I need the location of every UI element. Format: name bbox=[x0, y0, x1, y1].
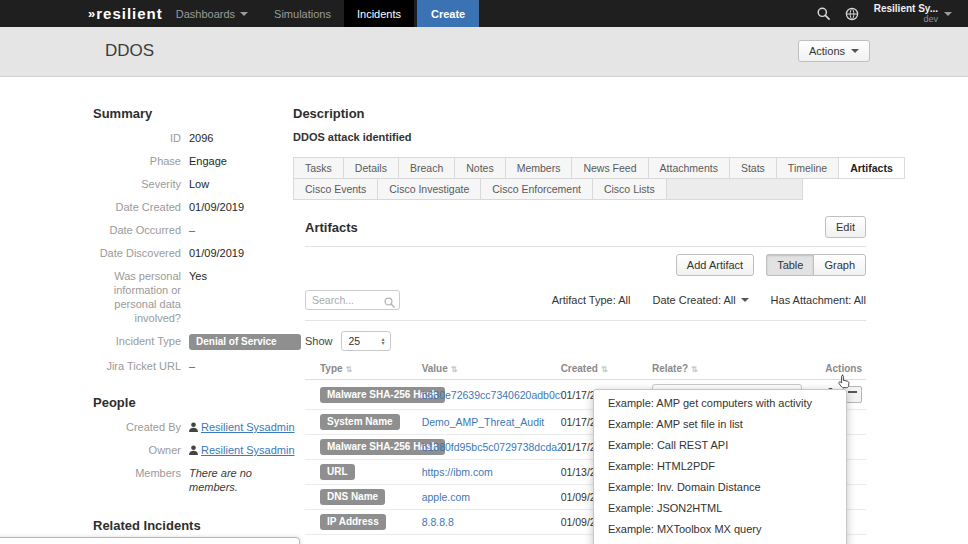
description-text: DDOS attack identified bbox=[293, 131, 866, 143]
sort-icon: ⇅ bbox=[451, 365, 458, 374]
field-severity: SeverityLow bbox=[93, 177, 293, 191]
tab-details[interactable]: Details bbox=[343, 157, 399, 179]
artifact-value-link[interactable]: apple.com bbox=[422, 491, 561, 503]
menu-item-html2pdf[interactable]: Example: HTML2PDF bbox=[594, 456, 846, 477]
tab-cisco-enforcement[interactable]: Cisco Enforcement bbox=[480, 178, 593, 200]
user-name: Resilient Sy... bbox=[874, 4, 938, 14]
summary-heading: Summary bbox=[93, 106, 293, 121]
menu-item-amp-get-computers[interactable]: Example: AMP get computers with activity bbox=[594, 393, 846, 414]
edit-button[interactable]: Edit bbox=[825, 216, 866, 238]
artifact-type-badge: System Name bbox=[320, 414, 400, 430]
artifact-value-link[interactable]: https://ibm.com bbox=[422, 466, 561, 478]
artifact-value-link[interactable]: Demo_AMP_Threat_Audit bbox=[422, 416, 561, 428]
incident-type-badge: Denial of Service bbox=[189, 334, 301, 350]
owner-link[interactable]: Resilient Sysadmin bbox=[201, 443, 295, 457]
menu-item-mxtoolbox[interactable]: Example: MXToolbox MX query bbox=[594, 519, 846, 540]
field-owner: Owner Resilient Sysadmin bbox=[93, 443, 293, 457]
tab-cisco-events[interactable]: Cisco Events bbox=[293, 178, 378, 200]
tabs-row-1: Tasks Details Breach Notes Members News … bbox=[293, 157, 803, 179]
user-menu[interactable]: Resilient Sy... dev bbox=[874, 4, 952, 24]
field-members: Members There are no members. bbox=[93, 466, 293, 494]
tab-breach[interactable]: Breach bbox=[398, 157, 455, 179]
chevron-down-icon bbox=[944, 12, 952, 16]
column-header-relate[interactable]: Relate?⇅ bbox=[652, 359, 811, 380]
resilient-logo[interactable]: » resilient bbox=[88, 0, 163, 27]
artifact-type-badge: IP Address bbox=[320, 514, 386, 530]
column-header-type[interactable]: Type⇅ bbox=[305, 359, 422, 380]
incident-tabs: Tasks Details Breach Notes Members News … bbox=[293, 157, 803, 200]
tab-strip-filler bbox=[667, 178, 803, 200]
top-nav: » resilient Dashboards Simulations Incid… bbox=[0, 0, 968, 27]
search-icon[interactable] bbox=[817, 7, 830, 20]
artifact-value-link[interactable]: 8.8.8.8 bbox=[422, 516, 561, 528]
actions-button[interactable]: Actions bbox=[798, 40, 870, 62]
incident-header: DDOS Actions bbox=[0, 27, 968, 77]
create-button[interactable]: Create bbox=[417, 0, 479, 27]
summary-sidebar: Summary ID2096 PhaseEngage SeverityLow D… bbox=[93, 100, 293, 544]
sort-icon: ⇅ bbox=[601, 365, 608, 374]
artifact-value-link[interactable]: b630e72639cc7340620adb0cfc2 bbox=[422, 389, 561, 401]
artifact-type-badge: DNS Name bbox=[320, 489, 385, 505]
field-personal-data: Was personal information or personal dat… bbox=[93, 269, 293, 325]
nav-incidents[interactable]: Incidents bbox=[344, 0, 414, 27]
artifacts-divider bbox=[305, 246, 866, 247]
tab-artifacts[interactable]: Artifacts bbox=[838, 157, 905, 179]
tab-cisco-lists[interactable]: Cisco Lists bbox=[592, 178, 667, 200]
created-by-link[interactable]: Resilient Sysadmin bbox=[201, 420, 295, 434]
resilient-logo-icon: » bbox=[88, 6, 92, 21]
filter-artifact-type[interactable]: Artifact Type: All bbox=[552, 294, 631, 306]
column-header-actions: Actions bbox=[811, 359, 866, 380]
person-icon bbox=[189, 445, 198, 455]
brand-name: resilient bbox=[96, 5, 163, 22]
artifacts-heading: Artifacts bbox=[305, 220, 358, 235]
tab-news-feed[interactable]: News Feed bbox=[571, 157, 648, 179]
tab-notes[interactable]: Notes bbox=[454, 157, 505, 179]
column-header-value[interactable]: Value⇅ bbox=[422, 359, 561, 380]
search-icon bbox=[384, 294, 395, 312]
description-heading: Description bbox=[293, 106, 866, 121]
spinner-icon: ▴▾ bbox=[382, 337, 385, 345]
tab-timeline[interactable]: Timeline bbox=[776, 157, 839, 179]
tabs-row-2: Cisco Events Cisco Investigate Cisco Enf… bbox=[293, 179, 803, 200]
column-header-created[interactable]: Created⇅ bbox=[561, 359, 652, 380]
field-jira-url: Jira Ticket URL– bbox=[93, 359, 293, 373]
person-icon bbox=[189, 422, 198, 432]
tab-tasks[interactable]: Tasks bbox=[293, 157, 344, 179]
browser-status-tooltip bbox=[0, 537, 300, 544]
chevron-down-icon bbox=[851, 49, 859, 53]
menu-bar-icon bbox=[848, 391, 857, 393]
user-env: dev bbox=[923, 14, 938, 24]
field-date-discovered: Date Discovered01/09/2019 bbox=[93, 246, 293, 260]
sort-icon: ⇅ bbox=[691, 365, 698, 374]
field-created-by: Created By Resilient Sysadmin bbox=[93, 420, 293, 434]
field-phase: PhaseEngage bbox=[93, 154, 293, 168]
table-view-button[interactable]: Table bbox=[766, 254, 813, 276]
menu-item-amp-set-file[interactable]: Example: AMP set file in list bbox=[594, 414, 846, 435]
people-heading: People bbox=[93, 395, 293, 410]
menu-item-inv-domain-distance[interactable]: Example: Inv. Domain Distance bbox=[594, 477, 846, 498]
menu-item-json2html[interactable]: Example: JSON2HTML bbox=[594, 498, 846, 519]
tab-cisco-investigate[interactable]: Cisco Investigate bbox=[377, 178, 481, 200]
menu-item-call-rest-api[interactable]: Example: Call REST API bbox=[594, 435, 846, 456]
add-artifact-button[interactable]: Add Artifact bbox=[676, 254, 754, 276]
menu-item-shell-command[interactable]: Example: Shell Command bbox=[594, 540, 846, 544]
nav-simulations[interactable]: Simulations bbox=[261, 0, 344, 27]
related-incidents-heading: Related Incidents bbox=[93, 518, 293, 533]
view-toggle: Table Graph bbox=[766, 254, 866, 276]
nav-dashboards[interactable]: Dashboards bbox=[163, 0, 261, 27]
artifact-value-link[interactable]: b1380fd95bc5c0729738dcda269 bbox=[422, 441, 561, 453]
graph-view-button[interactable]: Graph bbox=[813, 254, 866, 276]
filter-has-attachment[interactable]: Has Attachment: All bbox=[771, 294, 866, 306]
filter-date-created[interactable]: Date Created: All bbox=[652, 294, 748, 306]
show-label: Show bbox=[305, 335, 333, 347]
chevron-down-icon bbox=[741, 298, 749, 302]
tab-attachments[interactable]: Attachments bbox=[648, 157, 730, 179]
globe-icon[interactable] bbox=[845, 7, 859, 21]
chevron-down-icon bbox=[240, 12, 248, 16]
page-title: DDOS bbox=[105, 41, 154, 61]
tab-stats[interactable]: Stats bbox=[729, 157, 777, 179]
artifact-actions-menu: Example: AMP get computers with activity… bbox=[593, 389, 847, 544]
page-size-select[interactable]: 25 ▴▾ bbox=[341, 331, 391, 351]
field-incident-type: Incident TypeDenial of Service bbox=[93, 334, 293, 350]
tab-members[interactable]: Members bbox=[505, 157, 573, 179]
